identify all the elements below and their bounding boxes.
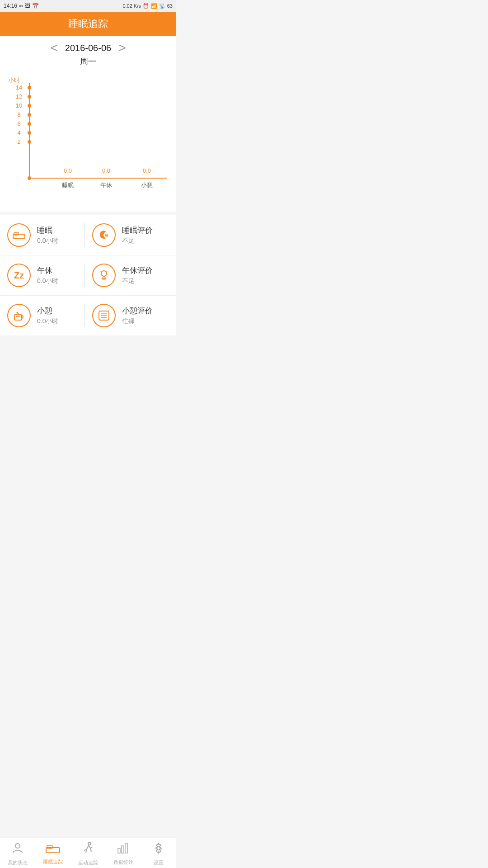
svg-text:睡眠: 睡眠 [62, 182, 74, 189]
status-wifi-icon: 📶 [151, 3, 157, 9]
rest-eval-icon [92, 304, 116, 327]
svg-point-30 [101, 271, 107, 276]
status-image-icon: 🖼 [25, 3, 30, 9]
rest-info: 小憩 0.0小时 [37, 306, 58, 326]
stats-right-sleep-eval[interactable]: 睡眠评价 不足 [84, 223, 169, 247]
status-calendar-icon: 📅 [32, 3, 39, 9]
y-axis-label: 小时 [8, 77, 20, 84]
rest-eval-info: 小憩评价 忙碌 [122, 306, 153, 326]
nap-eval-title: 午休评价 [122, 265, 153, 276]
stats-left-sleep[interactable]: 睡眠 0.0小时 [7, 223, 84, 247]
svg-text:8: 8 [17, 111, 20, 118]
svg-point-6 [28, 131, 31, 135]
sleep-eval-icon [92, 223, 116, 247]
stats-row-nap: Zz 午休 0.0小时 [0, 255, 176, 296]
stats-left-nap[interactable]: Zz 午休 0.0小时 [7, 264, 84, 287]
svg-line-26 [25, 238, 25, 240]
stats-row-sleep: 睡眠 0.0小时 睡眠评价 不足 [0, 215, 176, 255]
svg-point-2 [28, 95, 31, 99]
status-bar: 14:16 ∞ 🖼 📅 0.02 K/s ⏰ 📶 📡 63 [0, 0, 176, 12]
sleep-value: 0.0小时 [37, 237, 58, 245]
stats-right-nap-eval[interactable]: 午休评价 不足 [84, 264, 169, 287]
svg-line-33 [100, 271, 101, 272]
rest-eval-title: 小憩评价 [122, 306, 153, 316]
stats-row-rest: 小憩 0.0小时 小憩评价 忙碌 [0, 296, 176, 335]
nap-eval-icon [92, 264, 116, 287]
svg-point-5 [28, 122, 31, 126]
status-battery: 63 [167, 3, 173, 9]
status-alarm-icon: ⏰ [143, 3, 149, 9]
status-time: 14:16 [4, 3, 17, 9]
svg-line-25 [13, 238, 13, 240]
svg-text:0.0: 0.0 [102, 167, 110, 174]
sleep-eval-value: 不足 [122, 237, 153, 245]
rest-eval-value: 忙碌 [122, 317, 153, 326]
status-signal-icon: 📡 [159, 3, 165, 9]
svg-point-7 [28, 140, 31, 144]
svg-text:午休: 午休 [100, 182, 112, 189]
day-label: 周一 [80, 56, 96, 67]
stats-right-rest-eval[interactable]: 小憩评价 忙碌 [84, 304, 169, 327]
nap-eval-value: 不足 [122, 277, 153, 285]
nap-icon: Zz [7, 264, 31, 287]
date-nav: < 2016-06-06 > 周一 [0, 36, 176, 71]
sleep-eval-info: 睡眠评价 不足 [122, 225, 153, 245]
sleep-eval-title: 睡眠评价 [122, 225, 153, 236]
status-speed: 0.02 K/s [122, 3, 141, 9]
svg-text:0.0: 0.0 [143, 167, 151, 174]
svg-text:12: 12 [16, 93, 22, 100]
chart-svg-wrapper: 小时 14 12 10 8 6 4 2 [0, 74, 176, 212]
nap-info: 午休 0.0小时 [37, 265, 58, 285]
sleep-chart: 小时 14 12 10 8 6 4 2 [5, 74, 172, 205]
sleep-title: 睡眠 [37, 225, 58, 236]
rest-icon [7, 304, 31, 327]
stats-left-rest[interactable]: 小憩 0.0小时 [7, 304, 84, 327]
rest-title: 小憩 [37, 306, 58, 316]
svg-line-32 [107, 271, 108, 272]
app-title: 睡眠追踪 [68, 18, 108, 29]
status-infinity: ∞ [19, 3, 23, 9]
date-display: 2016-06-06 [65, 43, 111, 53]
svg-text:0.0: 0.0 [64, 167, 72, 174]
svg-point-1 [28, 86, 31, 90]
svg-text:10: 10 [16, 102, 22, 109]
status-left: 14:16 ∞ 🖼 📅 [4, 3, 39, 9]
prev-date-button[interactable]: < [50, 42, 57, 54]
status-right: 0.02 K/s ⏰ 📶 📡 63 [122, 3, 173, 9]
rest-value: 0.0小时 [37, 317, 58, 326]
main-content: < 2016-06-06 > 周一 小时 1 [0, 36, 176, 367]
date-row: < 2016-06-06 > [50, 42, 126, 54]
app-header: 睡眠追踪 [0, 12, 176, 36]
sleep-info: 睡眠 0.0小时 [37, 225, 58, 245]
svg-point-3 [28, 104, 31, 108]
nap-eval-info: 午休评价 不足 [122, 265, 153, 285]
nap-title: 午休 [37, 265, 58, 276]
chart-container: 小时 14 12 10 8 6 4 2 [0, 71, 176, 212]
stats-section: 睡眠 0.0小时 睡眠评价 不足 [0, 215, 176, 335]
nap-value: 0.0小时 [37, 277, 58, 285]
svg-text:6: 6 [17, 120, 20, 127]
sleep-icon [7, 223, 31, 247]
svg-point-4 [28, 113, 31, 117]
svg-text:4: 4 [17, 129, 20, 136]
svg-text:2: 2 [17, 138, 20, 145]
svg-rect-37 [14, 315, 22, 320]
next-date-button[interactable]: > [118, 42, 126, 54]
svg-text:14: 14 [16, 84, 22, 91]
svg-text:小憩: 小憩 [141, 182, 153, 189]
